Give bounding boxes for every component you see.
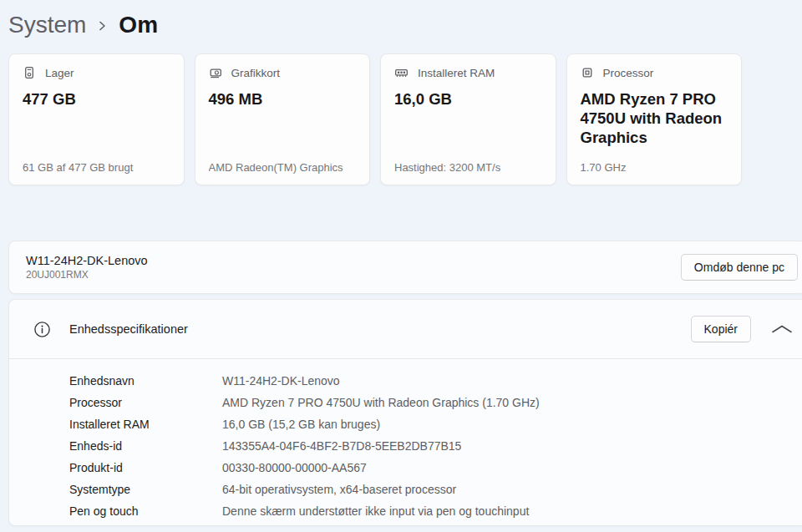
breadcrumb: System Om: [0, 0, 802, 43]
storage-card-label: Lager: [45, 67, 74, 79]
page-title: Om: [119, 12, 158, 38]
device-name-card: W11-24H2-DK-Lenovo 20UJ001RMX Omdøb denn…: [8, 241, 802, 294]
spec-row-device-name: Enhedsnavn W11-24H2-DK-Lenovo: [69, 370, 802, 392]
spec-row-device-id: Enheds-id 143355A4-04F6-4BF2-B7D8-5EEB2D…: [69, 435, 802, 457]
ram-card-value: 16,0 GB: [394, 90, 542, 109]
storage-card-value: 477 GB: [23, 90, 170, 109]
cpu-icon: [581, 66, 594, 79]
graphics-card-footer: AMD Radeon(TM) Graphics: [209, 161, 362, 174]
device-specs-expander: Enhedsspecifikationer Kopiér Enhedsnavn …: [8, 299, 802, 526]
graphics-card-value: 496 MB: [209, 90, 357, 109]
processor-card-value: AMD Ryzen 7 PRO 4750U with Radeon Graphi…: [581, 90, 728, 148]
breadcrumb-system[interactable]: System: [8, 12, 86, 38]
ram-icon: [394, 66, 409, 79]
hero-cards-row: Lager 477 GB 61 GB af 477 GB brugt Grafi…: [8, 53, 742, 185]
processor-card-footer: 1.70 GHz: [581, 161, 733, 174]
spec-row-product-id: Produkt-id 00330-80000-00000-AA567: [69, 457, 802, 479]
ram-card-footer: Hastighed: 3200 MT/s: [394, 161, 547, 174]
gpu-icon: [209, 66, 222, 79]
device-specs-title: Enhedsspecifikationer: [69, 322, 188, 336]
ram-card[interactable]: Installeret RAM 16,0 GB Hastighed: 3200 …: [380, 53, 556, 185]
copy-button[interactable]: Kopiér: [691, 316, 751, 342]
spec-row-ram: Installeret RAM 16,0 GB (15,2 GB kan bru…: [69, 413, 802, 435]
spec-table: Enhedsnavn W11-24H2-DK-Lenovo Processor …: [9, 359, 802, 522]
ram-card-label: Installeret RAM: [418, 67, 495, 79]
storage-icon: [23, 66, 36, 79]
processor-card[interactable]: Processor AMD Ryzen 7 PRO 4750U with Rad…: [566, 53, 743, 185]
info-icon: [33, 321, 51, 338]
graphics-card-label: Grafikkort: [231, 67, 281, 79]
graphics-card[interactable]: Grafikkort 496 MB AMD Radeon(TM) Graphic…: [195, 53, 371, 185]
spec-row-processor: Processor AMD Ryzen 7 PRO 4750U with Rad…: [69, 392, 802, 413]
storage-card-footer: 61 GB af 477 GB brugt: [23, 161, 175, 174]
rename-pc-button[interactable]: Omdøb denne pc: [681, 254, 798, 281]
device-specs-header[interactable]: Enhedsspecifikationer Kopiér: [9, 300, 802, 359]
device-model: 20UJ001RMX: [26, 269, 148, 281]
device-name: W11-24H2-DK-Lenovo: [26, 254, 148, 267]
chevron-right-icon: [98, 19, 107, 33]
chevron-up-icon[interactable]: [769, 323, 794, 335]
storage-card[interactable]: Lager 477 GB 61 GB af 477 GB brugt: [8, 53, 185, 185]
spec-row-system-type: Systemtype 64-bit operativsystem, x64-ba…: [69, 479, 802, 500]
spec-row-pen-touch: Pen og touch Denne skærm understøtter ik…: [69, 500, 802, 522]
processor-card-label: Processor: [603, 67, 654, 79]
